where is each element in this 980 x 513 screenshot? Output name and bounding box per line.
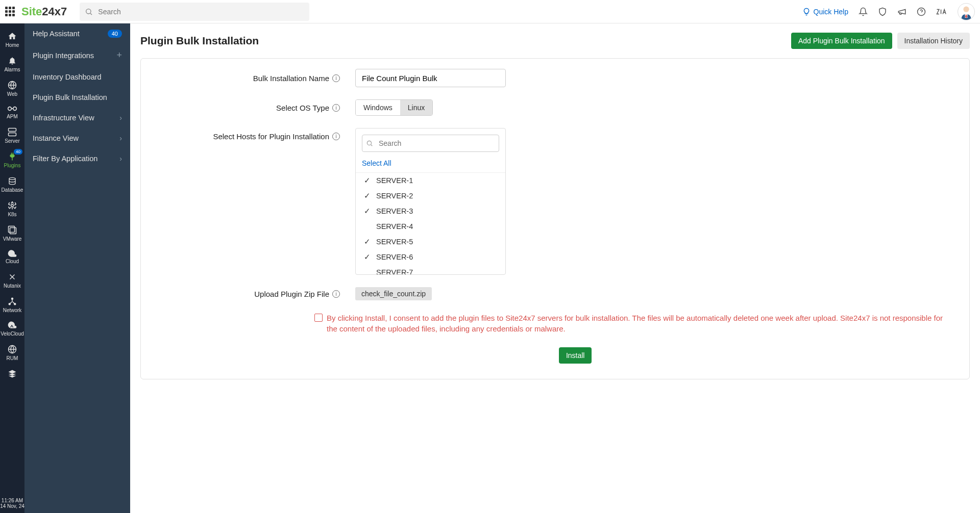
- global-search-input[interactable]: [80, 3, 309, 21]
- svg-rect-17: [10, 228, 16, 234]
- nav-server[interactable]: Server: [0, 123, 24, 148]
- plus-icon[interactable]: +: [116, 50, 122, 61]
- host-name: SERVER-7: [376, 268, 413, 274]
- svg-rect-16: [9, 226, 15, 233]
- svg-point-15: [11, 204, 14, 207]
- host-name: SERVER-6: [376, 253, 413, 261]
- nav-nutanix[interactable]: Nutanix: [0, 268, 24, 293]
- secondary-sidebar: Help Assistant40 Plugin Integrations+ In…: [24, 23, 130, 513]
- svg-point-0: [86, 9, 91, 13]
- host-item[interactable]: SERVER-4: [356, 219, 505, 234]
- host-item[interactable]: ✓SERVER-5: [356, 234, 505, 249]
- nav-velocloud[interactable]: VeloCloud: [0, 317, 24, 341]
- zia-icon[interactable]: [936, 8, 947, 16]
- os-linux-option[interactable]: Linux: [400, 100, 432, 115]
- icon-sidebar: Home Alarms Web APM Server 40Plugins Dat…: [0, 23, 24, 513]
- sidebar-item-instance-view[interactable]: Instance View›: [24, 128, 130, 148]
- svg-rect-9: [9, 129, 16, 132]
- svg-line-25: [371, 145, 373, 146]
- svg-rect-13: [12, 158, 13, 161]
- host-name: SERVER-4: [376, 222, 413, 230]
- svg-point-24: [367, 141, 371, 145]
- nav-home[interactable]: Home: [0, 28, 24, 52]
- quick-help-link[interactable]: Quick Help: [802, 8, 848, 16]
- sidebar-item-filter-by-application[interactable]: Filter By Application›: [24, 148, 130, 169]
- user-avatar[interactable]: [958, 3, 975, 20]
- os-windows-option[interactable]: Windows: [356, 100, 400, 115]
- nav-cloud[interactable]: Cloud: [0, 246, 24, 268]
- help-icon[interactable]: [917, 7, 926, 16]
- clock-display: 11:26 AM14 Nov, 24: [0, 498, 24, 509]
- install-button[interactable]: Install: [559, 347, 592, 364]
- os-type-label: Select OS Typei: [161, 104, 355, 112]
- svg-rect-10: [9, 133, 16, 136]
- info-icon[interactable]: i: [332, 74, 340, 82]
- shield-icon[interactable]: [878, 7, 887, 16]
- nav-k8s[interactable]: K8s: [0, 197, 24, 221]
- sidebar-item-help-assistant[interactable]: Help Assistant40: [24, 23, 130, 44]
- nav-rum[interactable]: RUM: [0, 341, 24, 365]
- global-search[interactable]: [80, 3, 309, 21]
- lightbulb-icon: [802, 8, 811, 16]
- nav-apm[interactable]: APM: [0, 101, 24, 123]
- check-icon: ✓: [364, 176, 371, 185]
- os-type-toggle: Windows Linux: [355, 99, 433, 116]
- host-item[interactable]: ✓SERVER-1: [356, 173, 505, 188]
- host-name: SERVER-1: [376, 176, 413, 185]
- sidebar-item-plugin-integrations[interactable]: Plugin Integrations+: [24, 44, 130, 67]
- host-item[interactable]: ✓SERVER-2: [356, 188, 505, 203]
- host-search-input[interactable]: [362, 135, 499, 152]
- sidebar-item-plugin-bulk-installation[interactable]: Plugin Bulk Installation: [24, 87, 130, 108]
- logo: Site24x7: [21, 5, 67, 18]
- chevron-right-icon: ›: [119, 155, 122, 163]
- nav-alarms[interactable]: Alarms: [0, 52, 24, 76]
- nav-plugins[interactable]: 40Plugins: [0, 148, 24, 172]
- chevron-right-icon: ›: [119, 114, 122, 122]
- host-picker: Select All ✓SERVER-1✓SERVER-2✓SERVER-3SE…: [355, 128, 506, 275]
- host-item[interactable]: ✓SERVER-3: [356, 203, 505, 219]
- svg-point-8: [13, 107, 17, 111]
- add-plugin-bulk-installation-button[interactable]: Add Plugin Bulk Installation: [791, 33, 892, 49]
- page-title: Plugin Bulk Installation: [140, 35, 259, 47]
- nav-layers[interactable]: [0, 365, 24, 384]
- uploaded-file-chip[interactable]: check_file_count.zip: [355, 287, 432, 300]
- bulk-name-label: Bulk Installation Namei: [161, 74, 355, 83]
- installation-history-button[interactable]: Installation History: [897, 33, 970, 49]
- search-icon: [366, 140, 373, 147]
- search-icon: [85, 8, 93, 16]
- apps-grid-icon[interactable]: [5, 7, 15, 17]
- nav-database[interactable]: Database: [0, 172, 24, 197]
- consent-text: By clicking Install, I consent to add th…: [327, 313, 949, 334]
- svg-line-1: [90, 13, 92, 15]
- host-item[interactable]: SERVER-7: [356, 265, 505, 274]
- check-icon: ✓: [364, 207, 371, 215]
- upload-label: Upload Plugin Zip Filei: [161, 290, 355, 298]
- svg-point-3: [963, 6, 969, 12]
- consent-checkbox[interactable]: [314, 314, 323, 322]
- bell-icon[interactable]: [859, 7, 868, 16]
- host-name: SERVER-2: [376, 192, 413, 200]
- info-icon[interactable]: i: [332, 290, 340, 298]
- hosts-label: Select Hosts for Plugin Installationi: [161, 128, 355, 141]
- megaphone-icon[interactable]: [897, 7, 906, 16]
- sidebar-item-inventory-dashboard[interactable]: Inventory Dashboard: [24, 67, 130, 87]
- host-name: SERVER-5: [376, 238, 413, 246]
- check-icon: ✓: [364, 192, 371, 200]
- nav-network[interactable]: Network: [0, 293, 24, 317]
- chevron-right-icon: ›: [119, 134, 122, 142]
- nav-vmware[interactable]: VMware: [0, 221, 24, 246]
- info-icon[interactable]: i: [332, 133, 340, 140]
- sidebar-item-infrastructure-view[interactable]: Infrastructure View›: [24, 108, 130, 128]
- info-icon[interactable]: i: [332, 104, 340, 112]
- check-icon: ✓: [364, 238, 371, 246]
- select-all-link[interactable]: Select All: [356, 158, 505, 172]
- host-item[interactable]: ✓SERVER-6: [356, 249, 505, 265]
- check-icon: ✓: [364, 253, 371, 261]
- svg-point-7: [8, 107, 12, 111]
- bulk-name-input[interactable]: [355, 69, 506, 87]
- nav-web[interactable]: Web: [0, 76, 24, 101]
- svg-point-20: [12, 298, 13, 299]
- host-name: SERVER-3: [376, 207, 413, 215]
- svg-point-14: [9, 177, 15, 179]
